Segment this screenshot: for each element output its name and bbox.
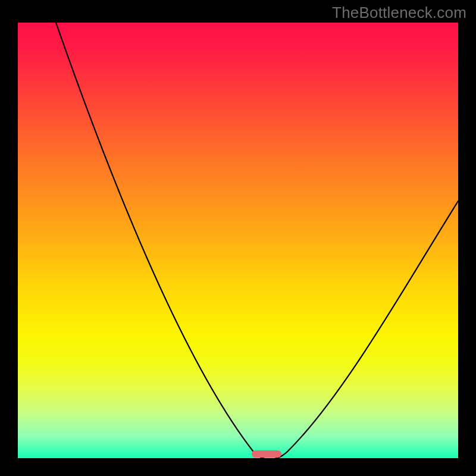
optimal-marker — [252, 450, 281, 458]
watermark-text: TheBottleneck.com — [332, 4, 466, 22]
plot-area — [18, 23, 458, 458]
chart-frame: TheBottleneck.com — [0, 0, 476, 476]
bottleneck-curve — [56, 23, 458, 458]
curve-svg — [18, 23, 458, 458]
